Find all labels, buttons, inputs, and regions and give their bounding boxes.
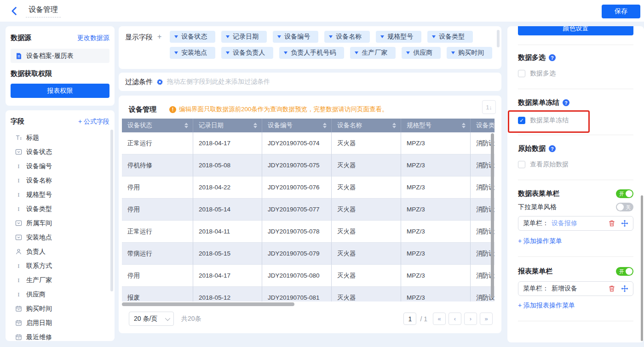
column-header[interactable]: 设备名称 <box>332 119 401 132</box>
formula-field-link[interactable]: + 公式字段 <box>78 118 109 126</box>
add-report-action-menu-link[interactable]: + 添加报表操作菜单 <box>518 301 575 310</box>
cell: 停用 <box>122 265 193 287</box>
field-item[interactable]: I设备编号 <box>11 159 109 173</box>
field-item[interactable]: 最近维修 <box>11 330 109 341</box>
table-vertical-scrollbar[interactable] <box>491 133 494 298</box>
chevron-down-icon <box>432 35 436 38</box>
filter-dropzone[interactable]: 拖动左侧字段到此处来添加过滤条件 <box>167 78 270 86</box>
field-item[interactable]: 负责人 <box>11 245 109 259</box>
filter-bar: 过滤条件 拖动左侧字段到此处来添加过滤条件 <box>119 73 501 91</box>
field-item[interactable]: I规格型号 <box>11 188 109 202</box>
cell: JDY20190705-081 <box>262 287 332 301</box>
sort-order-button[interactable]: 1↓ <box>482 100 496 114</box>
field-chip[interactable]: 生产厂家 <box>350 47 396 59</box>
field-item[interactable]: I供应商 <box>11 287 109 301</box>
select-field-icon <box>15 220 22 227</box>
column-header[interactable]: 设备类型 <box>471 119 494 132</box>
help-icon[interactable]: ? <box>563 99 569 106</box>
dropdown-style-toggle[interactable]: 关 <box>616 203 633 211</box>
divider <box>518 180 633 180</box>
field-item[interactable]: I生产厂家 <box>11 273 109 287</box>
field-label: 联系方式 <box>26 262 52 270</box>
column-header[interactable]: 规格型号 <box>401 119 471 132</box>
field-item[interactable]: 所属车间 <box>11 216 109 230</box>
save-button[interactable]: 保存 <box>602 5 640 18</box>
datasource-item[interactable]: 设备档案-履历表 <box>11 49 109 63</box>
checkbox-unchecked-icon[interactable] <box>518 70 525 77</box>
field-item[interactable]: 设备状态 <box>11 145 109 159</box>
field-item[interactable]: 启用日期 <box>11 316 109 330</box>
cell: 灭火器 <box>332 265 401 287</box>
cell: 2018-05-15 <box>193 243 262 265</box>
display-fields-panel: 显示字段 + 设备状态 记录日期 设备编号 设备名称 规格型号 设备类型 安装地… <box>119 26 501 69</box>
trash-icon[interactable] <box>608 220 615 227</box>
cell: 2018-04-17 <box>193 132 262 154</box>
field-chip[interactable]: 设备编号 <box>273 31 318 43</box>
data-menu-item[interactable]: 菜单栏： 设备报修 <box>518 216 633 231</box>
toggle-knob <box>617 204 624 210</box>
help-icon[interactable]: ? <box>549 145 556 152</box>
change-datasource-link[interactable]: 更改数据源 <box>77 34 109 42</box>
field-chip[interactable]: 供应商 <box>402 47 441 59</box>
chip-label: 设备名称 <box>336 33 362 41</box>
chip-label: 设备负责人 <box>233 49 265 57</box>
chip-label: 购买时间 <box>458 49 484 57</box>
column-header[interactable]: 设备状态 <box>122 119 193 132</box>
first-page-button[interactable]: « <box>433 313 446 325</box>
page-size-select[interactable]: 20 条/页 <box>129 312 174 326</box>
cell: 2018-04-22 <box>193 176 262 199</box>
next-page-button[interactable]: › <box>464 313 477 325</box>
back-button[interactable] <box>9 6 19 16</box>
field-item[interactable]: 安装地点 <box>11 230 109 245</box>
fields-scrollbar[interactable] <box>110 130 113 291</box>
column-header[interactable]: 记录日期 <box>193 119 262 132</box>
last-page-button[interactable]: » <box>480 313 493 325</box>
checkbox-checked-icon[interactable]: ✓ <box>518 117 525 124</box>
field-item[interactable]: 标题 <box>11 131 109 145</box>
cell: 正常运行 <box>122 132 193 154</box>
sort-arrows-icon <box>392 123 396 128</box>
user-field-icon <box>15 248 22 255</box>
field-chip[interactable]: 设备名称 <box>324 31 370 43</box>
raw-data-checkbox-row[interactable]: 查看原始数据 <box>518 160 633 169</box>
field-item[interactable]: I设备类型 <box>11 202 109 216</box>
help-icon[interactable]: ? <box>549 54 556 61</box>
multi-select-checkbox-row[interactable]: 数据多选 <box>518 69 633 78</box>
page-title[interactable]: 设备管理 <box>26 4 61 17</box>
back-chevron-icon <box>9 6 19 16</box>
gear-icon[interactable] <box>156 79 163 85</box>
trash-icon[interactable] <box>608 285 615 292</box>
field-chip[interactable]: 设备负责人 <box>221 47 273 59</box>
field-chip[interactable]: 设备状态 <box>170 31 215 43</box>
data-menu-toggle[interactable]: 开 <box>616 189 633 198</box>
checkbox-unchecked-icon[interactable] <box>518 161 525 168</box>
settings-scrollbar[interactable] <box>641 195 643 341</box>
cell: 停用 <box>122 176 193 199</box>
topbar: 设备管理 保存 <box>0 0 644 22</box>
report-menu-toggle[interactable]: 开 <box>616 267 633 276</box>
report-permission-button[interactable]: 报表权限 <box>11 84 109 98</box>
column-header[interactable]: 设备编号 <box>262 119 332 132</box>
move-icon[interactable] <box>621 285 628 292</box>
field-chip[interactable]: 记录日期 <box>221 31 267 43</box>
add-display-field-icon[interactable]: + <box>157 31 161 59</box>
move-icon[interactable] <box>621 220 628 227</box>
add-action-menu-link[interactable]: + 添加操作菜单 <box>518 237 562 245</box>
field-item[interactable]: 购买时间 <box>11 301 109 316</box>
field-item[interactable]: I联系方式 <box>11 259 109 273</box>
data-table-panel: 设备管理 ! 编辑界面只取数据源前200条作为查询数据预览，完整数据请访问页面查… <box>119 96 501 333</box>
color-settings-button[interactable]: 颜色设置 <box>518 26 633 35</box>
field-label: 规格型号 <box>26 191 52 199</box>
prev-page-button[interactable]: ‹ <box>448 313 461 325</box>
field-chip[interactable]: 设备类型 <box>427 31 473 43</box>
report-menu-item[interactable]: 菜单栏： 新增设备 <box>518 281 633 296</box>
current-page-input[interactable]: 1 <box>403 313 416 325</box>
table-horizontal-scrollbar[interactable] <box>122 302 294 306</box>
field-chip[interactable]: 规格型号 <box>376 31 421 43</box>
field-chip[interactable]: 负责人手机号码 <box>279 47 344 59</box>
display-fields-scrollbar[interactable] <box>497 30 500 47</box>
field-chip[interactable]: 购买时间 <box>447 47 492 59</box>
field-item[interactable]: I设备名称 <box>11 173 109 188</box>
field-chip[interactable]: 安装地点 <box>170 47 215 59</box>
menu-freeze-checkbox-row[interactable]: ✓ 数据菜单冻结 <box>518 116 633 125</box>
